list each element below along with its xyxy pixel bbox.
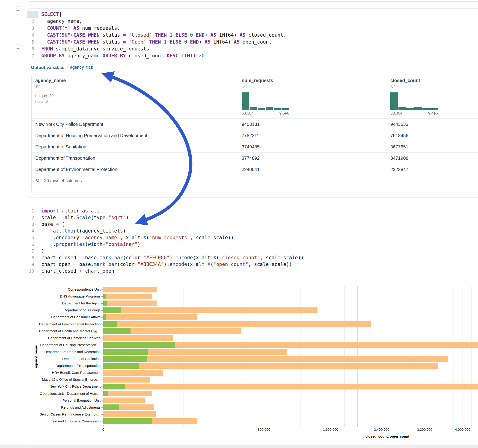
code-text[interactable]: COUNT(*) AS num_requests,	[38, 25, 120, 31]
code-token: COUNT	[47, 25, 62, 31]
gridline	[453, 286, 454, 425]
code-text[interactable]: )	[38, 248, 44, 254]
x-axis-tick	[103, 425, 104, 426]
code-token: SUM	[62, 32, 70, 38]
code-token: agency_name	[65, 53, 102, 59]
column-type: i64	[242, 84, 387, 89]
code-line[interactable]: 7GROUP BY agency_name ORDER BY closed_co…	[27, 52, 478, 59]
code-token	[41, 32, 47, 38]
code-text[interactable]: chart_open = base.mark_bar(color="#8BC34…	[38, 261, 292, 267]
y-axis-label: Personal Exemption Unit	[31, 399, 101, 402]
output-variable-label: Output variable:	[31, 65, 65, 70]
code-line[interactable]: 4 alt.Chart(agency_tickets)	[27, 228, 478, 234]
table-cell: 9443533	[387, 119, 478, 130]
next-cell-gap	[0, 445, 478, 448]
x-axis-tick	[300, 425, 301, 426]
column-header[interactable]: num_requestsi6453,3049.5e6	[238, 74, 387, 118]
y-axis-tick	[101, 373, 103, 373]
x-axis-tick	[435, 425, 435, 426]
line-number: 7	[27, 52, 34, 59]
column-header[interactable]: agency_namestrunique: 20nulls: 0	[31, 74, 238, 118]
code-token: encode	[176, 255, 193, 260]
code-line[interactable]: 6FROM sample_data.nyc.service_requests	[27, 45, 478, 52]
code-token: open_count	[239, 39, 272, 45]
x-axis-tick-label: 2,400,000	[368, 428, 396, 431]
add-cell-button-top[interactable]: +	[14, 6, 22, 15]
code-line[interactable]: 9chart_open = base.mark_bar(color="#8BC3…	[27, 261, 478, 268]
code-token: (	[146, 235, 149, 240]
output-variable-pill[interactable]: agency_tickets	[68, 64, 93, 71]
code-text[interactable]: alt.Chart(agency_tickets)	[38, 228, 126, 234]
histogram-bar	[242, 92, 249, 110]
code-token: "open_count"	[213, 261, 248, 267]
search-icon[interactable]	[36, 178, 40, 183]
table-row: New York City Police Department945313194…	[31, 118, 478, 130]
code-line[interactable]: 5 .encode(y="agency_name", x=alt.X("num_…	[27, 234, 478, 241]
code-line[interactable]: 2 agency_name,	[27, 18, 478, 25]
code-token: (	[62, 25, 65, 31]
code-text[interactable]: scale = alt.Scale(type="sqrt")	[38, 215, 129, 220]
code-text[interactable]: chart_closed + chart_open	[38, 268, 114, 274]
code-token: WHEN	[88, 32, 100, 38]
previous-cell-bottom-edge	[27, 0, 478, 2]
code-text[interactable]: SELECT	[38, 12, 61, 17]
code-line[interactable]: 10chart_closed + chart_open	[27, 268, 478, 274]
sql-code-editor[interactable]: 1∨SELECT2 agency_name,3 COUNT(*) AS num_…	[27, 11, 478, 59]
y-axis-tick	[101, 303, 103, 304]
code-line[interactable]: 4 CAST(SUM(CASE WHEN status = 'Closed' T…	[27, 31, 478, 38]
code-token	[85, 39, 88, 45]
code-line[interactable]: 5 CAST(SUM(CASE WHEN status = 'Open' THE…	[27, 38, 478, 45]
x-axis-tick	[404, 425, 404, 426]
code-token: ELSE	[170, 39, 181, 45]
fold-chevron-icon[interactable]: ∨	[34, 221, 38, 228]
code-text[interactable]: .encode(y="agency_name", x=alt.X("num_re…	[38, 235, 234, 240]
code-line[interactable]: 2scale = alt.Scale(type="sqrt")	[27, 214, 478, 221]
code-text[interactable]: chart_closed = base.mark_bar(color="#FFC…	[38, 255, 304, 260]
code-token: , scale	[190, 235, 211, 240]
code-line[interactable]: 8chart_closed = base.mark_bar(color="#FF…	[27, 255, 478, 261]
column-header[interactable]: closed_counti6453,3049.4e6	[387, 74, 478, 118]
code-text[interactable]: .properties(width="container")	[38, 242, 140, 247]
code-text[interactable]: agency_name,	[38, 19, 82, 24]
table-row-count: 20 rows, 4 columns	[44, 178, 82, 183]
code-token	[126, 32, 129, 38]
open-count-bar	[103, 349, 148, 355]
code-token: .	[41, 242, 56, 247]
code-token: =	[210, 235, 213, 240]
table-cell: 3677651	[387, 141, 478, 153]
code-line[interactable]: 3∨base = (	[27, 221, 478, 228]
open-count-bar	[103, 356, 147, 362]
code-token: AS	[205, 39, 210, 45]
code-token: AS	[239, 32, 245, 38]
code-token	[193, 32, 196, 38]
code-line[interactable]: 6 .properties(width="container")	[27, 241, 478, 248]
gridline	[331, 286, 331, 425]
code-token: "container"	[105, 242, 138, 247]
open-count-bar	[103, 300, 107, 306]
python-code-editor[interactable]: 1import altair as alt2scale = alt.Scale(…	[27, 208, 478, 274]
line-number: 8	[27, 255, 34, 261]
code-token: Chart	[65, 228, 79, 234]
code-token: =	[56, 221, 59, 227]
code-text[interactable]: base = (	[38, 221, 65, 227]
y-axis-label: HRA Benefit Card Replacement	[31, 371, 101, 374]
line-number: 3	[27, 221, 34, 228]
code-token: X	[213, 255, 216, 260]
code-line[interactable]: 7)	[27, 248, 478, 255]
code-token: alt.	[201, 255, 213, 260]
code-token: closed_count,	[245, 32, 286, 38]
code-token: closed_count	[126, 53, 167, 59]
code-text[interactable]: CAST(SUM(CASE WHEN status = 'Closed' THE…	[38, 32, 286, 38]
code-text[interactable]: import altair as alt	[38, 208, 100, 214]
closed-count-bar	[103, 363, 438, 369]
add-cell-button-middle[interactable]: +	[14, 44, 22, 53]
python-cell: 1import altair as alt2scale = alt.Scale(…	[27, 205, 478, 444]
code-line[interactable]: 1import altair as alt	[27, 208, 478, 214]
code-text[interactable]: CAST(SUM(CASE WHEN status = 'Open' THEN …	[38, 39, 272, 45]
code-line[interactable]: 1∨SELECT	[27, 11, 478, 18]
code-line[interactable]: 3 COUNT(*) AS num_requests,	[27, 25, 478, 31]
code-text[interactable]: FROM sample_data.nyc.service_requests	[38, 46, 149, 52]
code-text[interactable]: GROUP BY agency_name ORDER BY closed_cou…	[38, 53, 205, 59]
column-stats: unique: 20nulls: 0	[35, 93, 238, 104]
gridline	[393, 286, 393, 425]
